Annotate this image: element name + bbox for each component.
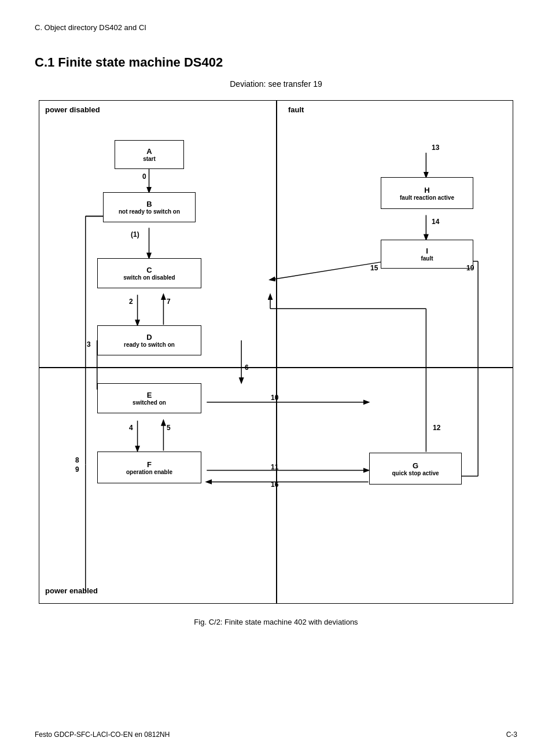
svg-line-20 — [270, 261, 386, 280]
state-I: I fault — [381, 240, 473, 269]
trans-10: 10 — [271, 394, 278, 402]
trans-2: 2 — [129, 298, 133, 306]
diagram-container: power disabled fault power enabled A sta… — [39, 100, 513, 604]
vertical-divider — [276, 101, 277, 603]
state-E: E switched on — [97, 383, 201, 413]
state-G: G quick stop active — [369, 453, 462, 485]
state-H: H fault reaction active — [381, 177, 473, 209]
trans-13: 13 — [432, 144, 439, 152]
trans-16: 16 — [271, 480, 278, 489]
trans-8: 8 — [75, 456, 79, 464]
footer-right: C-3 — [506, 731, 517, 739]
trans-19: 19 — [466, 264, 474, 272]
trans-11: 11 — [271, 463, 278, 471]
trans-6: 6 — [245, 364, 249, 372]
state-F: F operation enable — [97, 452, 201, 483]
trans-7: 7 — [167, 298, 171, 306]
horiz-divider-top — [39, 367, 513, 368]
power-disabled-label: power disabled — [45, 105, 100, 114]
fault-label: fault — [288, 105, 304, 114]
state-C: C switch on disabled — [97, 258, 201, 288]
trans-12: 12 — [433, 424, 440, 432]
subtitle: Deviation: see transfer 19 — [35, 79, 517, 89]
trans-5: 5 — [167, 424, 171, 432]
trans-15: 15 — [370, 264, 378, 272]
trans-0: 0 — [142, 173, 146, 181]
state-D: D ready to switch on — [97, 325, 201, 355]
footer-left: Festo GDCP-SFC-LACI-CO-EN en 0812NH — [35, 731, 170, 739]
trans-4: 4 — [129, 424, 133, 432]
breadcrumb: C. Object directory DS402 and CI — [35, 23, 517, 32]
figure-caption: Fig. C/2: Finite state machine 402 with … — [35, 618, 517, 626]
trans-14: 14 — [432, 218, 439, 226]
trans-9: 9 — [75, 465, 79, 474]
section-title: C.1 Finite state machine DS402 — [35, 55, 517, 70]
trans-3: 3 — [87, 340, 91, 348]
power-enabled-label: power enabled — [45, 586, 98, 595]
state-A: A start — [115, 140, 184, 169]
state-B: B not ready to switch on — [103, 192, 196, 222]
trans-1: (1) — [131, 230, 139, 238]
